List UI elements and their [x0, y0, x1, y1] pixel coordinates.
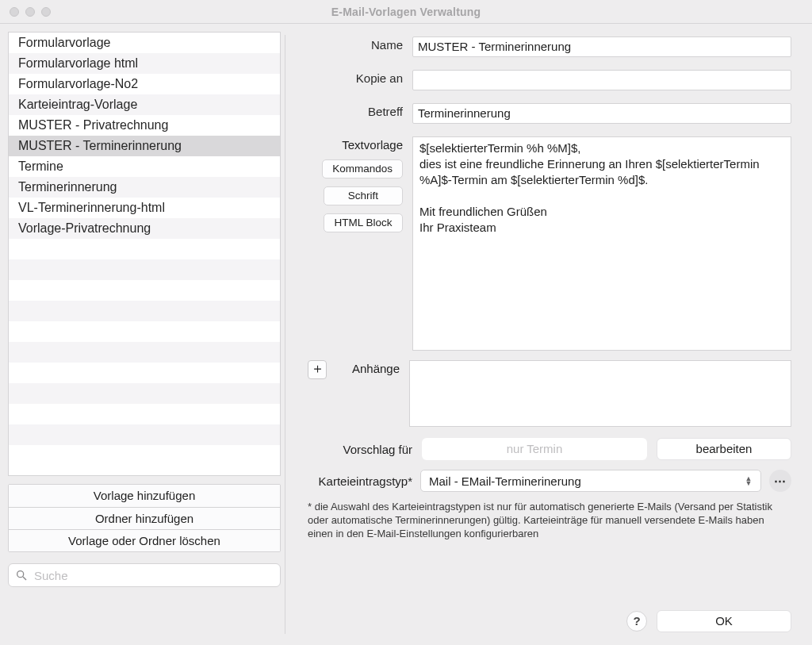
list-item[interactable]: [9, 321, 280, 342]
edit-suggestion-button[interactable]: bearbeiten: [657, 438, 791, 460]
svg-point-0: [17, 571, 24, 578]
window-titlebar: E-Mail-Vorlagen Verwaltung: [0, 0, 812, 24]
label-copy-to: Kopie an: [308, 70, 412, 87]
label-template: Textvorlage: [342, 136, 403, 152]
attachments-box[interactable]: [409, 360, 791, 427]
list-item[interactable]: [9, 383, 280, 404]
list-item[interactable]: VL-Terminerinnerung-html: [9, 198, 280, 218]
list-item[interactable]: Formularvorlage-No2: [9, 74, 280, 94]
list-item[interactable]: Vorlage-Privatrechnung: [9, 218, 280, 239]
search-field[interactable]: [8, 563, 281, 587]
record-type-more-button[interactable]: ⋯: [769, 470, 791, 492]
label-subject: Betreff: [308, 103, 412, 121]
list-item[interactable]: Formularvorlage: [9, 33, 280, 53]
list-item[interactable]: Karteieintrag-Vorlage: [9, 94, 280, 115]
label-record-type: Karteieintragstyp*: [308, 474, 412, 488]
add-template-button[interactable]: Vorlage hinzufügen: [9, 485, 280, 507]
traffic-zoom[interactable]: [41, 7, 51, 17]
record-type-hint: * die Auswahl des Karteieintragstypen is…: [308, 500, 791, 540]
record-type-select[interactable]: Mail - EMail-Terminerinerung ▲▼: [420, 470, 761, 492]
select-arrows-icon: ▲▼: [743, 476, 754, 486]
input-name[interactable]: MUSTER - Terminerinnerung: [412, 36, 791, 57]
window-traffic-lights: [10, 7, 51, 17]
suggestion-display: nur Termin: [422, 438, 647, 460]
list-item[interactable]: Formularvorlage html: [9, 53, 280, 74]
search-input[interactable]: [33, 568, 274, 583]
search-icon: [15, 569, 28, 582]
svg-line-1: [23, 577, 26, 580]
list-item[interactable]: MUSTER - Privatrechnung: [9, 115, 280, 136]
commands-button[interactable]: Kommandos: [322, 159, 403, 179]
input-copy-to[interactable]: [412, 70, 791, 90]
add-folder-button[interactable]: Ordner hinzufügen: [9, 507, 280, 529]
sidebar-actions: Vorlage hinzufügen Ordner hinzufügen Vor…: [8, 484, 281, 552]
label-attachments: Anhänge: [327, 360, 409, 378]
label-suggestion: Vorschlag für: [308, 443, 412, 456]
html-block-button[interactable]: HTML Block: [324, 213, 403, 232]
list-item[interactable]: [9, 239, 280, 259]
label-name: Name: [308, 36, 412, 54]
list-item[interactable]: Terminerinnerung: [9, 177, 280, 198]
list-item[interactable]: [9, 259, 280, 280]
delete-button[interactable]: Vorlage oder Ordner löschen: [9, 529, 280, 551]
record-type-value: Mail - EMail-Terminerinerung: [429, 474, 581, 488]
help-button[interactable]: ?: [626, 611, 647, 632]
list-item[interactable]: [9, 363, 280, 383]
template-list[interactable]: FormularvorlageFormularvorlage htmlFormu…: [8, 32, 281, 476]
list-item[interactable]: [9, 404, 280, 424]
template-body[interactable]: $[selektierterTermin %h %M]$, dies ist e…: [412, 136, 791, 351]
list-item[interactable]: [9, 301, 280, 321]
list-item[interactable]: [9, 280, 280, 301]
traffic-close[interactable]: [10, 7, 19, 17]
add-attachment-button[interactable]: ＋: [308, 360, 327, 379]
sidebar: FormularvorlageFormularvorlage htmlFormu…: [8, 32, 284, 637]
list-item[interactable]: [9, 342, 280, 363]
font-button[interactable]: Schrift: [324, 186, 403, 205]
list-item[interactable]: [9, 445, 280, 466]
form-pane: Name MUSTER - Terminerinnerung Kopie an …: [284, 32, 801, 637]
list-item[interactable]: Termine: [9, 156, 280, 177]
input-subject[interactable]: Terminerinnerung: [412, 103, 791, 124]
list-item[interactable]: MUSTER - Terminerinnerung: [9, 136, 280, 156]
window-title: E-Mail-Vorlagen Verwaltung: [331, 6, 481, 18]
traffic-minimize[interactable]: [25, 7, 35, 17]
ok-button[interactable]: OK: [657, 610, 791, 632]
list-item[interactable]: [9, 424, 280, 445]
